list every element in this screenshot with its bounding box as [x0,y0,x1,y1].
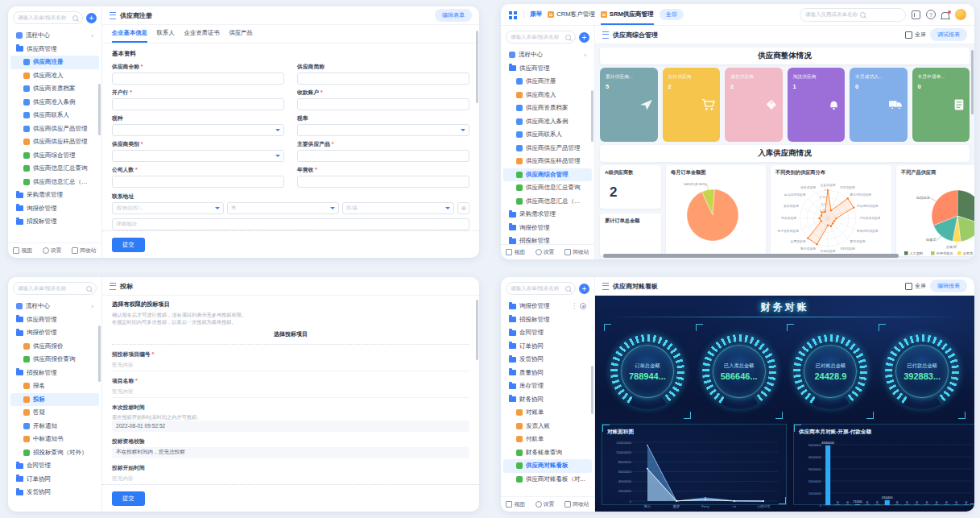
monthly-order-pie-card[interactable]: 每月订单金额图 64523 (8.16%) [666,165,766,256]
text-input[interactable] [297,98,469,110]
sidebar-item[interactable]: 供应商准入 [503,89,592,102]
sidebar-search-input[interactable]: 请输入表单/报表名称 [506,31,576,44]
sidebar-item[interactable]: 供应商准入 [10,69,99,83]
sidebar-item[interactable]: 供应商信息汇总查询 [503,181,592,195]
text-input[interactable] [297,176,469,188]
form-scrollbar[interactable] [476,31,478,103]
sidebar-search-input[interactable]: 请输入表单/报表名称 [506,282,576,295]
panel-switch-icon[interactable] [912,10,920,19]
debug-report-button[interactable]: 调试报表 [930,28,967,41]
form-tab[interactable]: 联系人 [157,29,175,43]
card-month-applications[interactable]: 本月申请单... 0 [912,68,970,142]
sidebar-item[interactable]: 供应商综合管理 [10,149,99,163]
add-form-button[interactable]: + [86,13,97,23]
text-input[interactable] [297,124,469,136]
edit-form-button[interactable]: 编辑表单 [435,9,472,22]
card-partner-suppliers[interactable]: 合作供应商 2 [663,68,721,142]
sidebar-item[interactable]: 对账单 ⋮ [503,406,592,420]
submit-button[interactable]: 提交 [112,238,145,252]
sidebar-item[interactable]: 供应商资质档案 [10,82,99,96]
workspace-name[interactable]: 康琴 [530,10,542,19]
more-icon[interactable]: ⋮ [571,303,577,309]
sidebar-item[interactable]: 供应商管理 [503,62,592,76]
form-tab[interactable]: 供应产品 [229,29,252,43]
recycle-button[interactable]: 回收站 [72,247,96,255]
sidebar-item[interactable]: 财务账单查询 ⋮ [503,446,592,460]
sidebar-item[interactable]: 供应商资质档案 [503,102,592,115]
card-potential-suppliers[interactable]: 潜在供应商 2 [725,68,783,142]
horizontal-scrollbar[interactable] [603,254,899,258]
sidebar-item[interactable]: 询报价管理 [10,326,99,340]
sidebar-item[interactable]: 询报价管理 ⋮ [503,300,592,313]
settings-button[interactable]: 设置 [535,500,555,508]
sidebar-search-input[interactable]: 请输入表单/报表名称 [13,11,83,24]
card-month-inbound[interactable]: 本月成功入... 0 [850,68,908,142]
product-pie-card[interactable]: 不同产品供应商 人工原料日用化妆品水果类烟熏类电线电缆人工原料日用化妆品水果类电… [896,165,974,256]
text-input[interactable] [112,98,284,110]
sidebar-scrollbar[interactable] [98,84,101,135]
sidebar-item[interactable]: 质量协同 ⋮ [503,367,592,380]
sidebar-item[interactable]: 发货协同 ⋮ [503,353,592,367]
form-scrollbar[interactable] [476,300,478,360]
sidebar-item[interactable]: 供应商注册 [503,75,592,89]
tab-crm[interactable]: CRM客户管理 [548,4,595,25]
settings-button[interactable]: 设置 [43,247,62,255]
edit-report-button[interactable]: 编辑报表 [930,280,967,292]
submit-button[interactable]: 提交 [112,491,145,506]
sidebar-item[interactable]: 供应商供应产品管理 [10,122,99,136]
menu-icon[interactable] [602,31,609,39]
sidebar-item[interactable]: 发货协同 [10,486,99,499]
app-search-input[interactable]: 请输入应用或表单名称 [800,8,906,22]
menu-icon[interactable] [110,12,116,19]
bid-start-time-input[interactable]: 暂无内容 [112,474,469,484]
sidebar-item[interactable]: 流程中心 › [503,48,592,62]
dashboard-scrollbar[interactable] [971,50,974,114]
sidebar-item[interactable]: 询报价管理 [10,202,99,216]
district-select[interactable]: 区/县 [342,202,454,214]
view-button[interactable]: 视图 [13,247,32,255]
sidebar-scrollbar[interactable] [591,366,593,414]
sidebar-item[interactable]: 合同管理 ⋮ [503,326,592,340]
help-icon[interactable]: ? [926,10,936,19]
text-input[interactable] [297,150,469,162]
sidebar-item[interactable]: 招投标查询（对外） [10,446,99,460]
sidebar-item[interactable]: 供应商准入条例 [10,96,99,110]
fullscreen-button[interactable]: 全屏 [905,282,926,290]
avatar[interactable] [955,9,966,20]
sidebar-item[interactable]: 招投标管理 [10,367,99,380]
sidebar-item[interactable]: 供应商准入条例 [503,115,592,129]
form-tab[interactable]: 企业资质证书 [184,29,220,43]
text-input[interactable] [112,73,284,85]
sidebar-item[interactable]: 合同管理 [10,459,99,473]
sidebar-item[interactable]: 供应商管理 [10,43,99,56]
sidebar-item[interactable]: 采购需求管理 [10,189,99,202]
choose-bid-project-button[interactable]: 选择投标项目 [269,329,312,339]
sidebar-item[interactable]: 供应商对账看板 ⋮ [503,459,592,473]
sidebar-item[interactable]: 开标通知 [10,420,99,433]
item-tools[interactable]: ⋮ [571,303,586,309]
sidebar-item[interactable]: 招投标管理 [10,215,99,229]
sidebar-item[interactable]: 发票入账 ⋮ [503,420,592,433]
sidebar-item[interactable]: 财务协同 ⋮ [503,393,592,407]
bell-icon[interactable] [941,12,949,19]
tab-srm[interactable]: SRM供应商管理 [601,4,654,25]
sidebar-item[interactable]: 供应商管理 [10,313,99,327]
sidebar-item[interactable]: 供应商报价查询 [10,353,99,367]
text-input[interactable] [297,73,469,85]
sidebar-scrollbar[interactable] [98,325,101,382]
sidebar-item[interactable]: 付款单 ⋮ [503,433,592,446]
text-input[interactable] [112,124,284,136]
sidebar-item[interactable]: 供应商供应样品管理 [503,155,592,168]
sidebar-item[interactable]: 供应商联系人 [10,109,99,122]
sidebar-item[interactable]: 供应商供应样品管理 [10,135,99,149]
sidebar-item[interactable]: 供应商信息汇总（对... [10,176,99,189]
sidebar-item[interactable]: 投标 [10,393,99,407]
recycle-button[interactable]: 回收站 [564,248,589,256]
sidebar-item[interactable]: 库存管理 ⋮ [503,379,592,393]
sidebar-item[interactable]: 供应商信息汇总查询 [10,162,99,176]
sidebar-item[interactable]: 供应商供应产品管理 [503,142,592,155]
sidebar-item[interactable]: 招投标管理 [503,234,592,244]
sidebar-item[interactable]: 供应商综合管理 [503,168,592,182]
sidebar-item[interactable]: 答疑 [10,406,99,420]
fullscreen-button[interactable]: 全屏 [905,31,926,39]
